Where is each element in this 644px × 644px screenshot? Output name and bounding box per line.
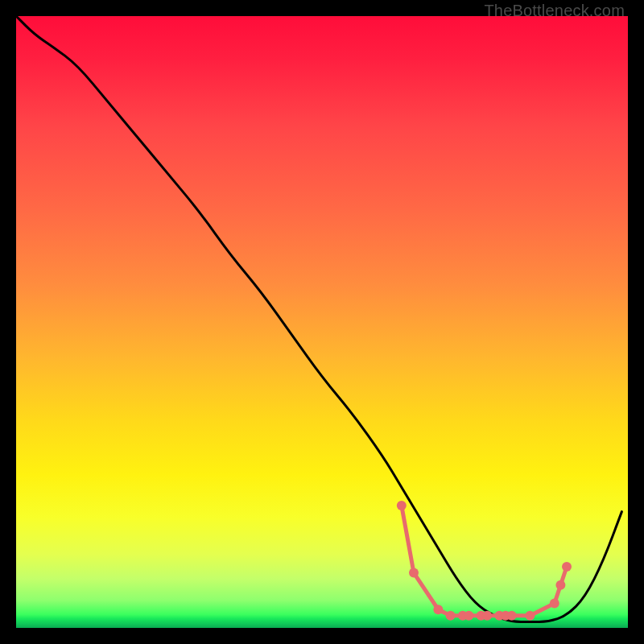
- plot-gradient-area: [16, 16, 628, 628]
- chart-frame: TheBottleneck.com: [0, 0, 644, 644]
- watermark-text: TheBottleneck.com: [484, 2, 625, 20]
